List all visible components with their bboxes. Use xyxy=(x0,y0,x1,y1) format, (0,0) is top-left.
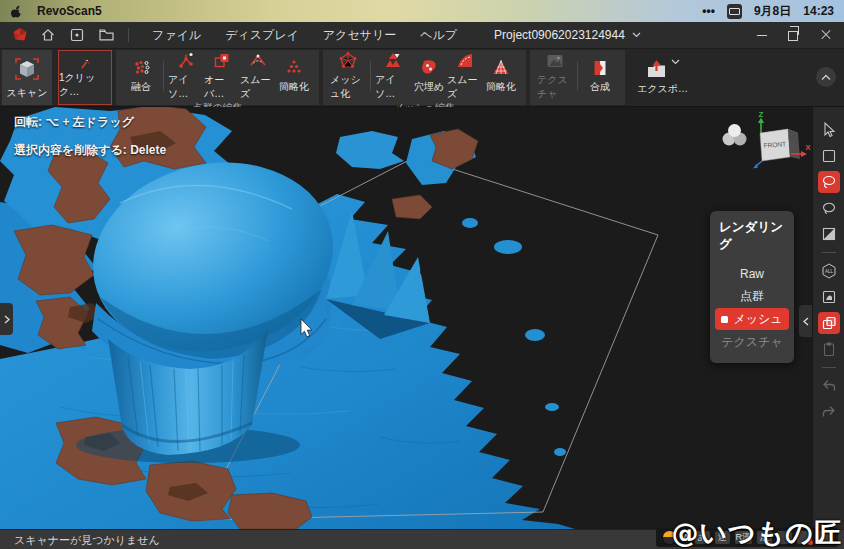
pointcloud-group: 融合 アイソ… オーバ… xyxy=(116,50,319,105)
overlap-detect-button[interactable] xyxy=(818,312,840,334)
meshing-button[interactable]: メッシュ化 xyxy=(330,50,366,101)
render-mode-mesh[interactable]: メッシュ xyxy=(715,308,789,330)
3d-scene xyxy=(0,107,812,529)
mesh-isolation-button[interactable]: アイソ… xyxy=(375,50,411,101)
pc-overlap-button[interactable]: オーバ… xyxy=(204,50,240,101)
menubar-time[interactable]: 14:23 xyxy=(803,4,834,18)
project-title-dropdown[interactable]: Project09062023124944 xyxy=(494,28,641,42)
keep-selection-icon xyxy=(820,288,838,306)
menu-file[interactable]: ファイル xyxy=(152,27,201,44)
selection-toolbar: ALL xyxy=(812,107,844,529)
pc-isolation-button[interactable]: アイソ… xyxy=(168,50,204,101)
export-button[interactable]: エクスポ… xyxy=(637,49,688,106)
select-all-icon: ALL xyxy=(820,262,838,280)
fill-holes-label: 穴埋め xyxy=(414,80,444,94)
app-menus: ファイル ディスプレイ アクセサリー ヘルプ xyxy=(152,27,457,44)
menu-display[interactable]: ディスプレイ xyxy=(225,27,299,44)
cursor-icon xyxy=(820,121,838,139)
minimize-button[interactable] xyxy=(756,29,768,41)
pc-simplify-label: 簡略化 xyxy=(279,80,309,94)
menubar-date[interactable]: 9月8日 xyxy=(754,3,791,20)
navigation-cube[interactable]: Z FRONT X xyxy=(748,109,812,171)
window-controls xyxy=(756,29,832,41)
macos-menubar: RevoScan5 ••• 9月8日 14:23 xyxy=(0,0,844,22)
mesh-group: メッシュ化 アイソ… 穴埋め xyxy=(323,50,526,105)
toolbar-divider xyxy=(822,252,836,253)
texture-icon xyxy=(544,50,566,72)
texture-button: テクスチャ xyxy=(537,50,573,101)
merge-button[interactable]: 合成 xyxy=(582,57,618,94)
viewport-3d[interactable]: 回転: ⌥ + 左ドラッグ 選択内容を削除する: Delete Z FRONT xyxy=(0,107,812,529)
pc-smooth-label: スムーズ xyxy=(240,73,276,101)
chevron-up-icon xyxy=(821,74,831,81)
new-project-button[interactable] xyxy=(68,26,86,44)
lasso-select-button[interactable] xyxy=(818,171,840,193)
mesh-simplify-button[interactable]: 簡略化 xyxy=(483,57,519,94)
menubar-more[interactable]: ••• xyxy=(702,4,715,18)
toolbar-separator xyxy=(577,61,578,91)
main-area: 回転: ⌥ + 左ドラッグ 選択内容を削除する: Delete Z FRONT xyxy=(0,107,844,529)
merge-label: 合成 xyxy=(590,80,610,94)
toolbar-divider xyxy=(822,367,836,368)
restore-button[interactable] xyxy=(788,29,800,41)
scan-button[interactable]: スキャン xyxy=(2,50,52,105)
right-panel-collapse-tab[interactable] xyxy=(799,305,812,337)
mesh-icon xyxy=(337,50,359,72)
select-all-label: ALL xyxy=(824,269,833,274)
watermark: @いつもの匠 xyxy=(671,515,842,549)
apple-logo-icon[interactable] xyxy=(10,4,23,18)
left-panel-expand-tab[interactable] xyxy=(0,303,13,335)
input-source-icon[interactable] xyxy=(727,4,742,19)
mesh-smooth-button[interactable]: スムーズ xyxy=(447,50,483,101)
chevron-down-icon xyxy=(632,32,641,38)
titlebar-separator xyxy=(128,28,129,42)
revoscan-logo-icon xyxy=(12,27,28,43)
rectangle-select-button[interactable] xyxy=(818,145,840,167)
select-all-button[interactable]: ALL xyxy=(818,260,840,282)
ribbon-collapse-button[interactable] xyxy=(816,67,836,87)
texture-group: テクスチャ 合成 xyxy=(530,50,625,105)
ellipse-select-button[interactable] xyxy=(818,197,840,219)
mesh-smooth-label: スムーズ xyxy=(447,73,483,101)
view-spheres-widget[interactable] xyxy=(718,121,750,151)
magic-wand-icon xyxy=(73,58,97,71)
clipboard-button[interactable] xyxy=(818,338,840,360)
one-click-button[interactable]: 1クリック… xyxy=(58,50,112,105)
fill-holes-button[interactable]: 穴埋め xyxy=(411,57,447,94)
rectangle-select-icon xyxy=(820,147,838,165)
fusion-button[interactable]: 融合 xyxy=(123,57,159,94)
menu-help[interactable]: ヘルプ xyxy=(420,27,457,44)
invert-selection-button[interactable] xyxy=(818,223,840,245)
close-button[interactable] xyxy=(820,29,832,41)
one-click-label: 1クリック… xyxy=(59,71,111,99)
clipboard-icon xyxy=(820,340,838,358)
meshing-label: メッシュ化 xyxy=(330,73,366,101)
export-icon xyxy=(645,59,669,81)
redo-icon xyxy=(820,403,838,421)
render-mode-texture: テクスチャ xyxy=(710,331,794,353)
mesh-simplify-label: 簡略化 xyxy=(486,80,516,94)
ribbon-toolbar: スキャン 1クリック… 融合 xyxy=(0,49,844,107)
undo-button[interactable] xyxy=(818,375,840,397)
overlap-icon xyxy=(211,50,233,72)
fill-holes-icon xyxy=(418,57,440,79)
render-mode-pointcloud[interactable]: 点群 xyxy=(710,285,794,307)
pc-simplify-button[interactable]: 簡略化 xyxy=(276,57,312,94)
texture-label: テクスチャ xyxy=(537,73,573,101)
menubar-app-name[interactable]: RevoScan5 xyxy=(37,4,102,18)
rendering-panel: レンダリング Raw 点群 メッシュ テクスチャ xyxy=(710,211,794,363)
scan-label: スキャン xyxy=(7,86,48,100)
menu-accessories[interactable]: アクセサリー xyxy=(323,27,396,44)
undo-icon xyxy=(820,377,838,395)
home-button[interactable] xyxy=(39,26,57,44)
cursor-select-button[interactable] xyxy=(818,119,840,141)
fusion-icon xyxy=(130,57,152,79)
keep-selection-button[interactable] xyxy=(818,286,840,308)
open-project-button[interactable] xyxy=(97,26,115,44)
smooth-mesh-icon xyxy=(454,50,476,72)
axis-x-label: X xyxy=(805,143,811,152)
revoscan-window: RevoScan5 ••• 9月8日 14:23 ファイル ディスプレイ アクセ… xyxy=(0,0,844,549)
pc-smooth-button[interactable]: スムーズ xyxy=(240,50,276,101)
render-mode-raw[interactable]: Raw xyxy=(710,263,794,285)
redo-button[interactable] xyxy=(818,401,840,423)
